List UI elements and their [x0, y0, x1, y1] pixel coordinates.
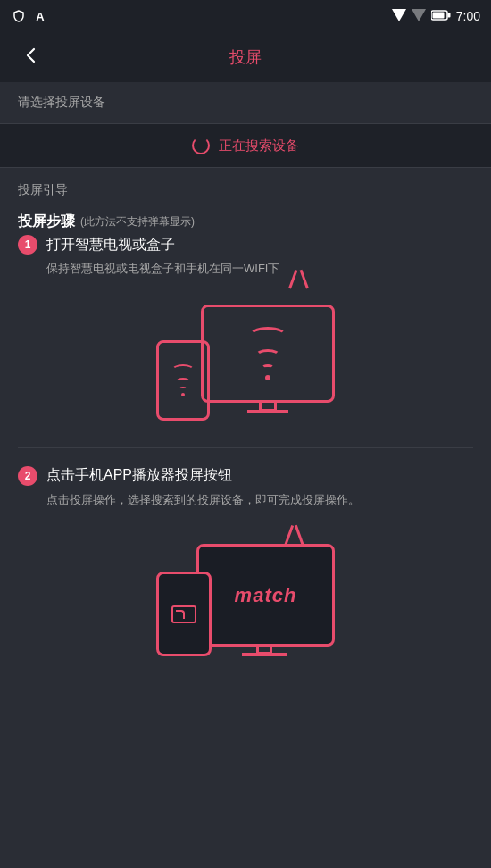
- search-spinner: [192, 137, 210, 154]
- tv-body: [201, 305, 335, 403]
- top-bar: 投屏: [0, 32, 491, 82]
- phone-illustration: [156, 340, 210, 421]
- cast-icon: [171, 605, 196, 623]
- signal-icon: [392, 9, 406, 24]
- svg-marker-0: [392, 9, 406, 21]
- phone2-illustration: [156, 572, 212, 656]
- step-1-header: 1 打开智慧电视或盒子: [18, 235, 473, 255]
- phone-wifi-arc-medium: [176, 378, 190, 385]
- tv2-base: [242, 653, 287, 656]
- tv-base: [247, 410, 288, 413]
- step-1-desc: 保持智慧电视或电视盒子和手机在同一WIFI下: [18, 260, 473, 278]
- shield-icon: [11, 9, 27, 23]
- wifi-dot: [265, 375, 270, 380]
- match-logo: match: [235, 584, 297, 607]
- wifi-arc-large: [248, 327, 287, 346]
- step-2-title: 点击手机APP播放器投屏按钮: [46, 466, 232, 485]
- step-2-header: 2 点击手机APP播放器投屏按钮: [18, 466, 473, 486]
- phone-wifi: [171, 364, 195, 396]
- battery-icon: [431, 10, 451, 23]
- searching-bar: 正在搜索设备: [0, 124, 491, 168]
- tv2-antenna-left: [294, 525, 304, 546]
- searching-text: 正在搜索设备: [219, 138, 299, 154]
- cast-rect: [171, 605, 196, 623]
- signal-off-icon: [412, 9, 426, 24]
- phone-wifi-arc-small: [179, 387, 187, 390]
- a-icon: A: [32, 9, 48, 23]
- step-1-number: 1: [18, 235, 37, 255]
- device-select-label: 请选择投屏设备: [18, 95, 105, 109]
- tv-match-illustration: match: [156, 517, 335, 669]
- steps-header: 投屏步骤 (此方法不支持弹幕显示): [18, 213, 473, 231]
- wifi-arc-small: [262, 364, 274, 371]
- guide-title: 投屏引导: [18, 182, 473, 198]
- step-divider: [18, 447, 473, 448]
- guide-section: 投屏引导 投屏步骤 (此方法不支持弹幕显示) 1 打开智慧电视或盒子 保持智慧电…: [0, 168, 491, 669]
- status-bar: A 7:00: [0, 0, 491, 32]
- steps-label: 投屏步骤: [18, 213, 75, 231]
- wifi-in-tv: [248, 327, 287, 380]
- steps-note: (此方法不支持弹幕显示): [80, 214, 195, 230]
- svg-rect-4: [432, 12, 444, 18]
- step-1-title: 打开智慧电视或盒子: [46, 236, 175, 255]
- svg-rect-3: [447, 13, 450, 17]
- step-2-number: 2: [18, 466, 37, 486]
- illustration-2: match: [18, 517, 473, 669]
- page-title: 投屏: [229, 46, 262, 68]
- back-button[interactable]: [14, 38, 48, 77]
- tv-wifi-illustration: [156, 287, 335, 430]
- step-2: 2 点击手机APP播放器投屏按钮 点击投屏操作，选择搜索到的投屏设备，即可完成投…: [18, 466, 473, 670]
- step-1: 1 打开智慧电视或盒子 保持智慧电视或电视盒子和手机在同一WIFI下: [18, 235, 473, 430]
- tv2-body: match: [196, 544, 335, 647]
- status-left-icons: A: [11, 9, 48, 23]
- step-2-desc: 点击投屏操作，选择搜索到的投屏设备，即可完成投屏操作。: [18, 491, 473, 509]
- tv2-antenna-right: [284, 525, 294, 546]
- illustration-1: [18, 287, 473, 430]
- time-display: 7:00: [456, 9, 480, 23]
- phone-wifi-dot: [181, 393, 185, 396]
- status-right: 7:00: [392, 9, 480, 24]
- phone-wifi-arc-large: [171, 364, 195, 376]
- wifi-arc-medium: [255, 349, 280, 362]
- svg-marker-1: [412, 9, 426, 21]
- sub-header: 请选择投屏设备: [0, 82, 491, 124]
